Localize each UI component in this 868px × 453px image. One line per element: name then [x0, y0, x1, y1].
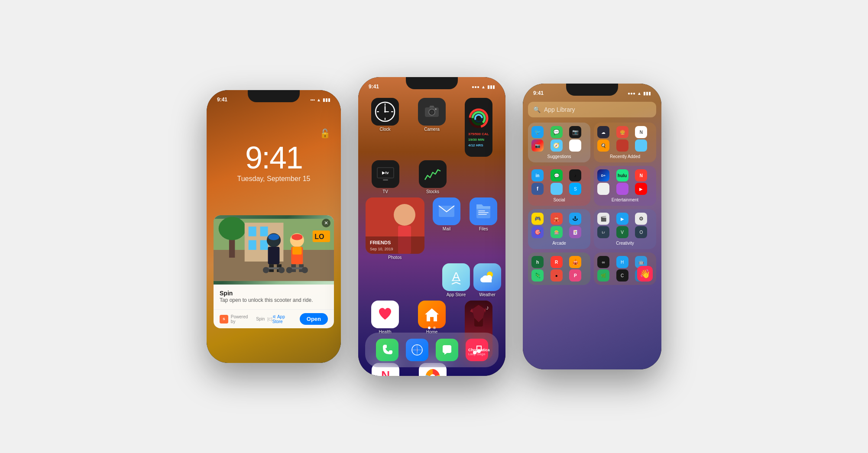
creativity5-icon: V: [616, 226, 628, 238]
three-phones-scene: 9:41 ▪▪▪ ▲ ▮▮▮ 🔓 9:41 Tuesday, September…: [207, 77, 661, 376]
other2-2-icon: H: [616, 256, 628, 268]
camera2-icon: 🎬: [597, 213, 609, 225]
dock-safari[interactable]: [406, 339, 428, 361]
recipe-icon: 🍳: [597, 139, 609, 152]
netflix-icon: N: [635, 169, 647, 181]
youtube-icon: ▶: [635, 183, 647, 195]
suggestions-label: Suggestions: [531, 154, 587, 159]
recently5-icon: [635, 139, 647, 152]
arcade3-icon: 🕹: [569, 213, 581, 225]
svg-text:▶tv: ▶tv: [382, 171, 389, 175]
photos-widget[interactable]: FRIENDS Sep 10, 2019 Photos: [366, 196, 424, 262]
svg-point-38: [430, 110, 434, 114]
status-bar-3: 9:41 ●●● ▲ ▮▮▮: [523, 87, 661, 99]
arcade-label: Arcade: [531, 241, 587, 246]
skype-icon: S: [569, 183, 581, 195]
status-icons-2: ●●● ▲ ▮▮▮: [472, 84, 495, 89]
app-tv[interactable]: ▶tv TV: [371, 159, 400, 196]
notif-image: LO ✕: [214, 215, 334, 285]
wifi-icon-2: ▲: [481, 84, 486, 89]
folder-entertainment[interactable]: D+ hulu N ▶ Entertainment: [594, 166, 656, 206]
svg-text:LO: LO: [314, 233, 324, 240]
svg-point-39: [435, 108, 437, 110]
fitness-widget[interactable]: 375/500 CAL 19/30 MIN 4/12 HRS: [464, 96, 493, 159]
status-icons-3: ●●● ▲ ▮▮▮: [628, 91, 651, 96]
pinterest-icon: P: [569, 269, 581, 282]
camera-icon: 📷: [569, 126, 581, 138]
library-grid: 🐦 💬 📷 📷 🧭 Suggestions ☁: [528, 123, 656, 285]
wechat-icon: 💬: [551, 169, 563, 181]
dot-2: [433, 327, 436, 329]
svg-rect-54: [366, 236, 424, 254]
social-label: Social: [531, 197, 587, 202]
svg-point-24: [286, 267, 292, 273]
dock-messages[interactable]: [436, 339, 458, 361]
signal-icon-3: ●●●: [628, 91, 635, 96]
open-button[interactable]: Open: [300, 313, 328, 325]
svg-marker-81: [415, 347, 420, 353]
other2-1-icon: ∞: [597, 256, 609, 268]
status-time-1: 9:41: [217, 97, 227, 103]
folder-creativity[interactable]: 🎬 ▶ ⚙ Lr V O Creativity: [594, 209, 656, 249]
app-weather[interactable]: Weather: [473, 262, 502, 299]
svg-point-10: [268, 234, 279, 240]
grid-row-3: FRIENDS Sep 10, 2019 Photos: [362, 196, 502, 262]
fitness-cal: 375/500 CAL: [468, 132, 489, 136]
notif-description: Tap open to unlock this scooter and ride…: [220, 297, 328, 304]
svg-marker-72: [425, 308, 439, 321]
wifi-icon: ▲: [317, 97, 321, 102]
folder-recently-added[interactable]: ☁ 🍔 N 🍳 Recently Added: [594, 123, 656, 162]
lock-time-display: 9:41 Tuesday, September 15: [207, 142, 341, 183]
cloudup-icon: ☁: [597, 126, 609, 138]
status-bar-2: 9:41 ●●● ▲ ▮▮▮: [358, 81, 505, 93]
folder-suggestions[interactable]: 🐦 💬 📷 📷 🧭 Suggestions: [528, 123, 590, 162]
scooter-scene-svg: LO: [214, 215, 334, 285]
app-files[interactable]: Files: [469, 196, 498, 233]
app-stocks[interactable]: Stocks: [418, 159, 447, 196]
svg-rect-49: [383, 179, 388, 181]
dock-phone[interactable]: [376, 339, 398, 361]
svg-rect-11: [268, 247, 280, 264]
arcade1-icon: 🎮: [531, 213, 544, 225]
phone-homescreen: 9:41 ●●● ▲ ▮▮▮: [358, 77, 505, 376]
folder-other1[interactable]: h R 🎪 🦎 ● P: [528, 252, 590, 285]
messages-icon: 💬: [551, 126, 563, 138]
other2-5-icon: C: [616, 269, 628, 282]
spin-app-icon: S: [220, 315, 228, 324]
search-icon-lib: 🔍: [533, 106, 541, 113]
photos-wide-label: Photos: [388, 255, 402, 260]
app-clock[interactable]: Clock: [370, 96, 400, 159]
app-camera[interactable]: Camera: [417, 96, 447, 159]
app-library-search[interactable]: 🔍 App Library: [528, 102, 656, 117]
fitness-min: 19/30 MIN: [468, 138, 484, 142]
arcade6-icon: 🃏: [569, 226, 581, 238]
appstore-link[interactable]: ⚟ App Store: [272, 314, 296, 324]
grid-row-2: ▶tv TV: [362, 159, 502, 196]
app-appstore[interactable]: A App Store: [441, 262, 471, 299]
doordash-icon: 🍔: [616, 126, 628, 138]
nyt-icon: N: [635, 126, 647, 138]
arcade4-icon: 🎯: [531, 226, 544, 238]
linkedin-icon: in: [531, 169, 544, 181]
notification-card[interactable]: LO ✕ Spin Tap open to unlock this scoote…: [214, 215, 334, 328]
powered-name: Spin: [256, 317, 265, 321]
status-time-3: 9:41: [533, 90, 544, 96]
svg-text:A: A: [452, 270, 460, 283]
lock-clock: 9:41: [207, 142, 341, 173]
folder-social[interactable]: in 💬 ♪ f S 👋 Social: [528, 166, 590, 206]
facebook-icon: f: [531, 183, 544, 195]
settings-icon: ⚙: [635, 213, 647, 225]
svg-point-18: [291, 234, 302, 240]
signal-icon-2: ●●●: [472, 84, 479, 89]
folder-arcade[interactable]: 🎮 🎪 🕹 🎯 🎰 🃏 Arcade: [528, 209, 590, 249]
app-mail[interactable]: Mail: [432, 196, 461, 233]
other1-4-icon: 🦎: [531, 269, 544, 282]
music-widget[interactable]: ♪ Chromatica: [464, 299, 493, 361]
camera-label: Camera: [424, 127, 440, 132]
appstore-label: App Store: [447, 292, 466, 297]
notif-body: Spin Tap open to unlock this scooter and…: [214, 285, 334, 309]
arcade2-icon: 🎪: [551, 213, 563, 225]
placeholder-icon1: [569, 139, 581, 152]
phone-applibrary: 9:41 ●●● ▲ ▮▮▮ 🔍 App Library: [523, 84, 661, 369]
creativity2-icon: ▶: [616, 213, 628, 225]
